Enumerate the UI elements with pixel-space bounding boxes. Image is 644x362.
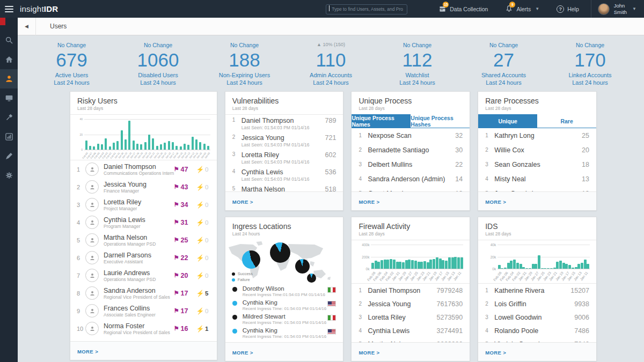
list-item[interactable]: 4Rolando Poole7486: [478, 324, 596, 337]
list-item[interactable]: 3Loretta RileyLast Seen: 01:54:03 PM 01/…: [225, 149, 343, 166]
list-item[interactable]: 1Nexpose Scan32: [352, 128, 470, 143]
sidebar-item-investigations[interactable]: [0, 108, 18, 127]
data-collection-button[interactable]: 15 Data Collection: [438, 5, 488, 13]
stat-label: Shared AccountsLast 24 hours: [460, 71, 547, 87]
bar: [436, 257, 438, 269]
list-item[interactable]: 4Cynthia Lewis3274491: [352, 324, 470, 337]
ingress-row[interactable]: Cynthia KingRecent Ingress Time: 01:54:0…: [225, 298, 343, 312]
risky-user-row[interactable]: 2Jessica YoungFinance Manager⚑43⚡0: [70, 178, 217, 196]
more-link[interactable]: MORE >: [485, 350, 506, 356]
bar: [148, 135, 150, 150]
list-item[interactable]: 2Jessica YoungLast Seen: 01:54:03 PM 01/…: [225, 132, 343, 149]
tab-unique[interactable]: Unique: [478, 114, 537, 128]
help-button[interactable]: ? Help: [557, 5, 579, 13]
list-item[interactable]: 3Sean Gonzales18: [478, 157, 596, 172]
row-value: 5273590: [437, 314, 463, 321]
country-flag-it: [327, 315, 336, 321]
stat-admin-accounts[interactable]: ▲ 10% (150)110Admin AccountsLast 24 hour…: [288, 42, 374, 89]
row-value: 9006: [574, 314, 589, 321]
user-role: Regional Vice President of Sales: [104, 294, 174, 300]
more-link[interactable]: MORE >: [358, 350, 379, 356]
ingress-row[interactable]: Mildred StewartRecent Ingress Time: 01:5…: [225, 312, 343, 326]
top-bar: insightIDR 15 Data Collection 9 Alerts ▼…: [0, 0, 644, 18]
user-name: Martha Nelson: [104, 234, 174, 241]
y-tick-label: 20: [79, 133, 84, 136]
data-collection-icon: 15: [438, 5, 447, 13]
list-item[interactable]: 5Martha NelsonLast Seen: 01:54:03 PM 01/…: [225, 183, 343, 191]
back-button[interactable]: ◀: [18, 18, 36, 35]
sidebar-item-search[interactable]: [0, 31, 18, 50]
stat-linked-accounts[interactable]: No Change170Linked AccountsLast 24 hours: [547, 42, 633, 89]
list-item[interactable]: 5Joey Goodwin13: [478, 186, 596, 191]
row-rank: 4: [232, 168, 241, 174]
risky-user-row[interactable]: 5Martha NelsonOperations Manager PSD⚑25⚡…: [70, 231, 217, 249]
alerts-button[interactable]: 9 Alerts ▼: [505, 5, 539, 13]
stat-active-users[interactable]: No Change679Active UsersLast 24 hours: [28, 42, 115, 89]
user-menu[interactable]: JohnSmith ▼: [591, 3, 644, 15]
list-item[interactable]: 1Daniel ThompsonLast Seen: 01:54:03 PM 0…: [225, 115, 343, 132]
risky-user-row[interactable]: 10Norma FosterRegional Vice President of…: [70, 320, 217, 337]
more-link[interactable]: MORE >: [485, 199, 506, 205]
risky-user-row[interactable]: 6Darnell ParsonsExecutive Assistant⚑22⚡0: [70, 249, 217, 267]
list-item[interactable]: 1Kathryn Long25: [478, 128, 596, 143]
flag-count: ⚑34: [174, 201, 196, 209]
row-rank: 3: [485, 161, 494, 167]
tab-unique-process-hashes[interactable]: Unique Process Hashes: [411, 114, 470, 128]
row-value: 18: [582, 161, 589, 168]
row-rank: 5: [77, 237, 85, 243]
list-item[interactable]: 1Katherine Rivera15207: [478, 284, 596, 297]
stat-disabled-users[interactable]: No Change1060Disabled UsersLast 24 hours: [115, 42, 201, 89]
stat-non-expiring-users[interactable]: No Change188Non-Expiring UsersLast 24 ho…: [201, 42, 288, 89]
risky-user-row[interactable]: 9Frances CollinsAssociate Sales Engineer…: [70, 302, 217, 320]
stat-label: Admin AccountsLast 24 hours: [288, 71, 374, 87]
list-item[interactable]: 5Grant Moody13: [352, 186, 470, 191]
search-input[interactable]: [326, 4, 407, 14]
sidebar-item-reports[interactable]: [0, 127, 18, 146]
menu-icon[interactable]: [0, 0, 18, 18]
sidebar-item-tools[interactable]: [0, 146, 18, 166]
list-item[interactable]: 4Misty Neal13: [478, 172, 596, 186]
risky-user-row[interactable]: 8Sandra AndersonRegional Vice President …: [70, 284, 217, 302]
more-link[interactable]: MORE >: [77, 349, 98, 354]
world-map: SuccessFailure: [225, 240, 343, 284]
tab-unique-process-names[interactable]: Unique Process Names: [352, 114, 411, 128]
sidebar-item-home[interactable]: [0, 50, 18, 69]
list-item[interactable]: 3Lowell Goodwin9006: [478, 311, 596, 324]
list-item[interactable]: 2Lois Griffin9938: [478, 297, 596, 311]
list-item[interactable]: 2Jessica Young7617630: [352, 297, 470, 311]
risky-user-row[interactable]: 4Cynthia LewisProgram Manager⚑31⚡0: [70, 213, 217, 231]
bolt-count: ⚡1: [196, 325, 210, 333]
list-item[interactable]: 4Sandra Anderson (Admin)14: [352, 172, 470, 186]
risky-user-row[interactable]: 7Laurie AndrewsOperations Manager PSD⚑20…: [70, 267, 217, 284]
row-value: 22: [455, 161, 463, 168]
list-item[interactable]: 5Martha Nelson2663280: [352, 337, 470, 342]
sidebar-item-assets[interactable]: [0, 88, 18, 108]
sidebar-item-settings[interactable]: [0, 166, 18, 185]
row-name: Cynthia King: [243, 299, 328, 306]
row-subtext: Last Seen: 01:54:03 PM 01/14/16: [241, 176, 325, 182]
bar: [172, 142, 174, 150]
list-item[interactable]: 1Daniel Thompson7979248: [352, 284, 470, 297]
stat-value: 679: [28, 49, 115, 70]
list-item[interactable]: 2Bernadette Santiago30: [352, 143, 470, 157]
ingress-row[interactable]: Dorothy WilsonRecent Ingress Time:01:54:…: [225, 284, 343, 298]
failure-status-dot: [232, 329, 237, 334]
list-item[interactable]: 3Delbert Mullins22: [352, 157, 470, 172]
tab-rare[interactable]: Rare: [537, 114, 596, 128]
more-link[interactable]: MORE >: [232, 350, 253, 356]
ids-chart: 40k20k0kFeb 08Feb 06Feb 04Feb 02Jan 31Ja…: [478, 240, 596, 283]
risky-user-row[interactable]: 1Daniel ThompsonCommunications Operation…: [70, 160, 217, 178]
more-link[interactable]: MORE >: [232, 199, 253, 205]
stat-label: Linked AccountsLast 24 hours: [547, 71, 633, 87]
list-item[interactable]: 3Loretta Riley5273590: [352, 311, 470, 324]
list-item[interactable]: 4Cynthia LewisLast Seen: 01:54:03 PM 01/…: [225, 166, 343, 183]
stat-watchlist[interactable]: No Change112WatchlistLast 24 hours: [374, 42, 460, 89]
stat-shared-accounts[interactable]: No Change27Shared AccountsLast 24 hours: [460, 42, 547, 89]
row-subtext: Last Seen: 01:54:03 PM 01/14/16: [241, 142, 325, 147]
ingress-row[interactable]: Cynthia KingRecent Ingress Time: 01:54:0…: [225, 326, 343, 339]
list-item[interactable]: 2Willie Cox20: [478, 143, 596, 157]
sidebar-item-users[interactable]: [0, 69, 18, 88]
list-item[interactable]: 5Virginia Gonzalez7242: [478, 337, 596, 342]
risky-user-row[interactable]: 3Loretta RileyProject Manager⚑34⚡0: [70, 196, 217, 213]
more-link[interactable]: MORE >: [358, 199, 379, 205]
